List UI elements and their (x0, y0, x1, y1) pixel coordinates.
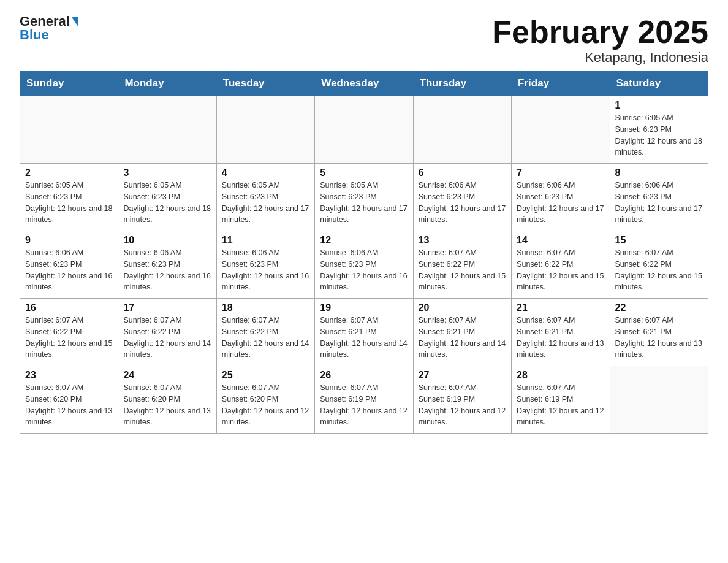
day-info: Sunrise: 6:07 AMSunset: 6:22 PMDaylight:… (123, 315, 211, 361)
calendar-cell (216, 96, 314, 164)
day-info: Sunrise: 6:07 AMSunset: 6:21 PMDaylight:… (320, 315, 408, 361)
day-info: Sunrise: 6:07 AMSunset: 6:19 PMDaylight:… (517, 382, 604, 428)
day-number: 8 (615, 167, 703, 178)
calendar-cell (413, 96, 511, 164)
logo-general: General (20, 15, 70, 28)
day-number: 1 (615, 100, 703, 111)
calendar-cell (610, 366, 708, 434)
day-number: 15 (615, 235, 703, 246)
calendar-cell: 9Sunrise: 6:06 AMSunset: 6:23 PMDaylight… (20, 231, 118, 299)
day-number: 17 (123, 302, 211, 313)
day-info: Sunrise: 6:07 AMSunset: 6:22 PMDaylight:… (517, 247, 604, 293)
calendar-cell: 17Sunrise: 6:07 AMSunset: 6:22 PMDayligh… (118, 299, 216, 366)
day-of-week-thursday: Thursday (413, 71, 511, 96)
calendar-cell: 19Sunrise: 6:07 AMSunset: 6:21 PMDayligh… (315, 299, 413, 366)
title-block: February 2025 Ketapang, Indonesia (492, 15, 708, 66)
day-info: Sunrise: 6:05 AMSunset: 6:23 PMDaylight:… (123, 180, 211, 226)
calendar-subtitle: Ketapang, Indonesia (492, 50, 708, 66)
calendar-cell (118, 96, 216, 164)
logo-blue: Blue (20, 28, 49, 42)
day-info: Sunrise: 6:05 AMSunset: 6:23 PMDaylight:… (222, 180, 309, 226)
day-number: 27 (419, 370, 506, 381)
day-number: 12 (320, 235, 408, 246)
day-info: Sunrise: 6:06 AMSunset: 6:23 PMDaylight:… (615, 180, 703, 226)
calendar-header-row: SundayMondayTuesdayWednesdayThursdayFrid… (20, 71, 708, 96)
day-info: Sunrise: 6:07 AMSunset: 6:21 PMDaylight:… (517, 315, 604, 361)
day-info: Sunrise: 6:06 AMSunset: 6:23 PMDaylight:… (123, 247, 211, 293)
day-number: 24 (123, 370, 211, 381)
day-number: 16 (25, 302, 113, 313)
day-number: 3 (123, 167, 211, 178)
day-number: 18 (222, 302, 309, 313)
calendar-cell: 28Sunrise: 6:07 AMSunset: 6:19 PMDayligh… (512, 366, 610, 434)
calendar-cell (315, 96, 413, 164)
day-number: 9 (25, 235, 113, 246)
day-number: 19 (320, 302, 408, 313)
day-of-week-wednesday: Wednesday (315, 71, 413, 96)
calendar-cell: 23Sunrise: 6:07 AMSunset: 6:20 PMDayligh… (20, 366, 118, 434)
day-of-week-tuesday: Tuesday (216, 71, 314, 96)
day-number: 10 (123, 235, 211, 246)
day-number: 28 (517, 370, 604, 381)
day-info: Sunrise: 6:06 AMSunset: 6:23 PMDaylight:… (320, 247, 408, 293)
calendar-cell: 6Sunrise: 6:06 AMSunset: 6:23 PMDaylight… (413, 164, 511, 231)
calendar-title: February 2025 (492, 15, 708, 50)
day-info: Sunrise: 6:07 AMSunset: 6:20 PMDaylight:… (25, 382, 113, 428)
calendar-cell: 24Sunrise: 6:07 AMSunset: 6:20 PMDayligh… (118, 366, 216, 434)
calendar-cell: 5Sunrise: 6:05 AMSunset: 6:23 PMDaylight… (315, 164, 413, 231)
calendar-week-row: 2Sunrise: 6:05 AMSunset: 6:23 PMDaylight… (20, 164, 708, 231)
day-info: Sunrise: 6:05 AMSunset: 6:23 PMDaylight:… (25, 180, 113, 226)
calendar-week-row: 9Sunrise: 6:06 AMSunset: 6:23 PMDaylight… (20, 231, 708, 299)
day-number: 11 (222, 235, 309, 246)
calendar-cell: 18Sunrise: 6:07 AMSunset: 6:22 PMDayligh… (216, 299, 314, 366)
calendar-cell: 15Sunrise: 6:07 AMSunset: 6:22 PMDayligh… (610, 231, 708, 299)
day-number: 4 (222, 167, 309, 178)
calendar-cell: 4Sunrise: 6:05 AMSunset: 6:23 PMDaylight… (216, 164, 314, 231)
day-number: 26 (320, 370, 408, 381)
calendar-cell: 27Sunrise: 6:07 AMSunset: 6:19 PMDayligh… (413, 366, 511, 434)
calendar-cell (512, 96, 610, 164)
calendar-cell: 21Sunrise: 6:07 AMSunset: 6:21 PMDayligh… (512, 299, 610, 366)
day-number: 14 (517, 235, 604, 246)
calendar-cell: 22Sunrise: 6:07 AMSunset: 6:21 PMDayligh… (610, 299, 708, 366)
day-number: 21 (517, 302, 604, 313)
calendar-cell: 11Sunrise: 6:06 AMSunset: 6:23 PMDayligh… (216, 231, 314, 299)
day-info: Sunrise: 6:07 AMSunset: 6:21 PMDaylight:… (419, 315, 506, 361)
calendar-cell: 10Sunrise: 6:06 AMSunset: 6:23 PMDayligh… (118, 231, 216, 299)
day-info: Sunrise: 6:05 AMSunset: 6:23 PMDaylight:… (615, 112, 703, 158)
day-number: 20 (419, 302, 506, 313)
calendar-cell: 13Sunrise: 6:07 AMSunset: 6:22 PMDayligh… (413, 231, 511, 299)
page-header: General Blue February 2025 Ketapang, Ind… (20, 15, 708, 66)
day-info: Sunrise: 6:07 AMSunset: 6:22 PMDaylight:… (615, 247, 703, 293)
calendar-week-row: 1Sunrise: 6:05 AMSunset: 6:23 PMDaylight… (20, 96, 708, 164)
day-number: 2 (25, 167, 113, 178)
day-number: 13 (419, 235, 506, 246)
calendar-cell: 14Sunrise: 6:07 AMSunset: 6:22 PMDayligh… (512, 231, 610, 299)
day-info: Sunrise: 6:07 AMSunset: 6:20 PMDaylight:… (222, 382, 309, 428)
day-info: Sunrise: 6:07 AMSunset: 6:19 PMDaylight:… (320, 382, 408, 428)
day-number: 6 (419, 167, 506, 178)
day-number: 7 (517, 167, 604, 178)
calendar-week-row: 23Sunrise: 6:07 AMSunset: 6:20 PMDayligh… (20, 366, 708, 434)
calendar-cell: 26Sunrise: 6:07 AMSunset: 6:19 PMDayligh… (315, 366, 413, 434)
day-info: Sunrise: 6:07 AMSunset: 6:22 PMDaylight:… (25, 315, 113, 361)
day-number: 22 (615, 302, 703, 313)
calendar-cell: 16Sunrise: 6:07 AMSunset: 6:22 PMDayligh… (20, 299, 118, 366)
calendar-cell: 25Sunrise: 6:07 AMSunset: 6:20 PMDayligh… (216, 366, 314, 434)
day-info: Sunrise: 6:07 AMSunset: 6:21 PMDaylight:… (615, 315, 703, 361)
calendar-week-row: 16Sunrise: 6:07 AMSunset: 6:22 PMDayligh… (20, 299, 708, 366)
day-of-week-saturday: Saturday (610, 71, 708, 96)
day-number: 23 (25, 370, 113, 381)
calendar-cell: 2Sunrise: 6:05 AMSunset: 6:23 PMDaylight… (20, 164, 118, 231)
day-number: 25 (222, 370, 309, 381)
day-info: Sunrise: 6:06 AMSunset: 6:23 PMDaylight:… (517, 180, 604, 226)
day-of-week-friday: Friday (512, 71, 610, 96)
calendar-cell (20, 96, 118, 164)
day-of-week-sunday: Sunday (20, 71, 118, 96)
calendar-cell: 20Sunrise: 6:07 AMSunset: 6:21 PMDayligh… (413, 299, 511, 366)
calendar-cell: 12Sunrise: 6:06 AMSunset: 6:23 PMDayligh… (315, 231, 413, 299)
day-info: Sunrise: 6:05 AMSunset: 6:23 PMDaylight:… (320, 180, 408, 226)
day-of-week-monday: Monday (118, 71, 216, 96)
calendar-cell: 8Sunrise: 6:06 AMSunset: 6:23 PMDaylight… (610, 164, 708, 231)
day-info: Sunrise: 6:06 AMSunset: 6:23 PMDaylight:… (25, 247, 113, 293)
